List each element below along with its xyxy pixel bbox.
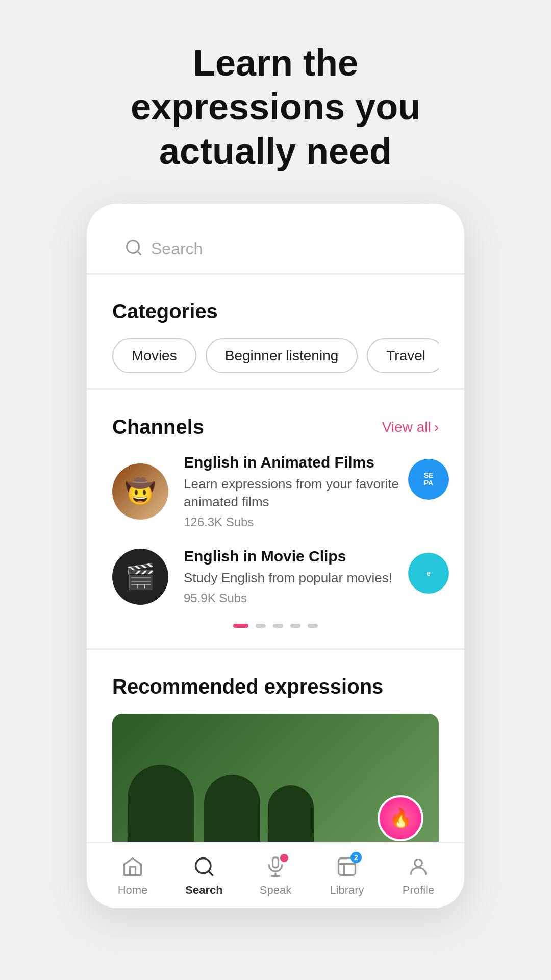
channel-badge-2: e (408, 553, 449, 594)
channel-item-2[interactable]: 🎬 English in Movie Clips Study English f… (112, 548, 439, 605)
channel-badge-1: SEPA (408, 459, 449, 500)
category-movies[interactable]: Movies (112, 338, 196, 373)
channel-name-2: English in Movie Clips (184, 548, 439, 565)
nav-library-label: Library (330, 884, 364, 897)
svg-line-1 (137, 251, 141, 255)
nav-profile[interactable]: Profile (383, 854, 454, 897)
nav-library[interactable]: 2 Library (311, 854, 383, 897)
categories-title: Categories (112, 300, 439, 323)
mic-icon (263, 854, 288, 879)
category-travel[interactable]: Travel (367, 338, 439, 373)
channel-avatar-1: 🤠 (112, 463, 168, 520)
svg-rect-4 (273, 857, 279, 868)
home-icon (120, 854, 145, 879)
channel-info-2: English in Movie Clips Study English fro… (184, 548, 439, 605)
categories-row: Movies Beginner listening Travel (112, 338, 439, 373)
category-beginner[interactable]: Beginner listening (206, 338, 358, 373)
hero-title: Learn the expressions you actually need (97, 41, 454, 173)
divider-2 (87, 388, 464, 390)
search-nav-icon (191, 854, 217, 879)
channels-title: Channels (112, 415, 204, 438)
pagination-dots (112, 624, 439, 628)
channel-desc-2: Study English from popular movies! (184, 569, 439, 587)
dot-2 (256, 624, 266, 628)
channel-subs-2: 95.9K Subs (184, 591, 439, 605)
dot-5 (308, 624, 318, 628)
dot-1 (233, 624, 248, 628)
search-bar[interactable]: Search (112, 229, 439, 268)
recommended-card[interactable]: 🔥 (112, 714, 439, 856)
profile-icon (406, 854, 431, 879)
nav-speak-label: Speak (260, 884, 291, 897)
search-placeholder: Search (151, 239, 203, 258)
bottom-nav: Home Search Speak (87, 842, 464, 908)
library-icon: 2 (334, 854, 360, 879)
channel-desc-1: Learn expressions from your favorite ani… (184, 475, 439, 511)
svg-point-8 (415, 860, 422, 867)
recommended-title: Recommended expressions (112, 675, 439, 698)
nav-search-label: Search (185, 884, 222, 897)
channel-avatar-2: 🎬 (112, 549, 168, 605)
nav-home[interactable]: Home (97, 854, 168, 897)
search-icon (124, 238, 143, 259)
divider-3 (87, 648, 464, 650)
speak-badge-dot (280, 854, 288, 862)
categories-section: Categories Movies Beginner listening Tra… (87, 280, 464, 383)
channel-item-1[interactable]: 🤠 English in Animated Films Learn expres… (112, 454, 439, 529)
nav-speak[interactable]: Speak (240, 854, 311, 897)
nav-home-label: Home (118, 884, 148, 897)
channel-name-1: English in Animated Films (184, 454, 439, 471)
dot-4 (290, 624, 300, 628)
svg-line-3 (209, 871, 213, 875)
phone-frame: Search Categories Movies Beginner listen… (87, 204, 464, 908)
nav-profile-label: Profile (403, 884, 434, 897)
channel-info-1: English in Animated Films Learn expressi… (184, 454, 439, 529)
view-all-button[interactable]: View all › (382, 419, 439, 435)
channels-section: Channels View all › 🤠 English in Animate… (87, 395, 464, 643)
channel-subs-1: 126.3K Subs (184, 515, 439, 529)
card-badge: 🔥 (378, 795, 423, 841)
divider-1 (87, 273, 464, 275)
library-badge-num: 2 (350, 852, 362, 863)
channels-header: Channels View all › (112, 415, 439, 438)
nav-search[interactable]: Search (168, 854, 240, 897)
recommended-section: Recommended expressions 🔥 (87, 655, 464, 867)
dot-3 (273, 624, 283, 628)
